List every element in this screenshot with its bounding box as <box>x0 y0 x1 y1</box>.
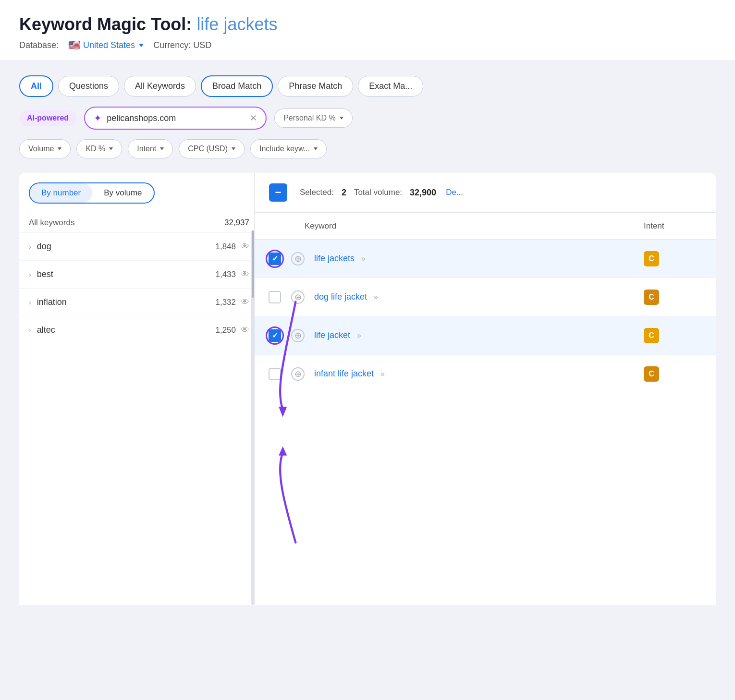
sort-toggle: By number By volume <box>29 182 155 204</box>
intent-badge-infant-life-jacket: C <box>644 366 659 382</box>
deselect-minus-button[interactable]: − <box>269 183 287 202</box>
kd-chevron-icon <box>109 147 113 150</box>
sidebar-scroll-track <box>251 230 254 605</box>
all-keywords-count: 32,937 <box>224 218 249 228</box>
sidebar-item-best[interactable]: › best 1,433 👁 <box>19 260 254 288</box>
add-keyword-icon-life-jacket[interactable]: ⊕ <box>291 329 305 342</box>
sidebar-item-label-dog: dog <box>37 241 216 252</box>
keyword-link-dog-life-jacket[interactable]: dog life jacket <box>314 292 367 302</box>
personal-kd-label: Personal KD % <box>283 114 336 122</box>
country-name: United States <box>83 40 135 50</box>
tab-questions[interactable]: Questions <box>58 76 119 97</box>
ai-powered-badge: AI-powered <box>19 110 76 126</box>
sidebar-item-count-altec: 1,250 <box>215 326 236 335</box>
keyword-navigate-icon: » <box>380 370 385 378</box>
keyword-row-infant-life-jacket: ⊕ infant life jacket » C <box>255 355 716 393</box>
sidebar-scrollbar-thumb <box>252 230 254 298</box>
db-row: Database: 🇺🇸 United States Currency: USD <box>19 39 716 51</box>
left-sidebar: By number By volume All keywords 32,937 … <box>19 173 255 605</box>
header: Keyword Magic Tool: life jackets Databas… <box>0 0 735 61</box>
domain-input[interactable] <box>107 113 245 123</box>
add-keyword-icon-dog-life-jacket[interactable]: ⊕ <box>291 290 305 304</box>
include-keywords-filter[interactable]: Include keyw... <box>250 139 327 158</box>
checkbox-ring-life-jacket: ✓ <box>266 326 284 345</box>
selected-label: Selected: <box>300 188 334 197</box>
cpc-filter[interactable]: CPC (USD) <box>179 139 245 158</box>
keyword-link-infant-life-jacket[interactable]: infant life jacket <box>314 369 374 379</box>
volume-filter[interactable]: Volume <box>19 139 71 158</box>
add-keyword-icon-life-jackets[interactable]: ⊕ <box>291 252 305 266</box>
keyword-table-header: Keyword Intent <box>255 213 716 240</box>
svg-marker-1 <box>279 446 287 455</box>
page-title: Keyword Magic Tool: life jackets <box>19 14 716 35</box>
total-volume-count: 32,900 <box>410 188 436 198</box>
eye-icon-best[interactable]: 👁 <box>241 269 249 279</box>
keyword-row-dog-life-jacket: ⊕ dog life jacket » C <box>255 278 716 316</box>
sidebar-item-count-best: 1,433 <box>215 270 236 279</box>
title-keyword: life jackets <box>196 14 277 34</box>
checkmark-icon: ✓ <box>272 254 278 263</box>
checkbox-infant-life-jacket[interactable] <box>269 368 281 380</box>
expand-arrow-icon: › <box>29 271 31 278</box>
currency-label: Currency: USD <box>153 40 211 50</box>
cpc-label: CPC (USD) <box>188 145 228 153</box>
eye-icon-altec[interactable]: 👁 <box>241 325 249 335</box>
title-static: Keyword Magic Tool: <box>19 14 192 34</box>
keyword-row-life-jackets: ✓ ⊕ life jackets » C <box>255 240 716 278</box>
add-keyword-icon-infant-life-jacket[interactable]: ⊕ <box>291 367 305 381</box>
kd-filter[interactable]: KD % <box>76 139 122 158</box>
ai-input-row: AI-powered ✦ ✕ Personal KD % <box>19 107 716 130</box>
selected-count: 2 <box>342 188 346 198</box>
intent-badge-life-jacket: C <box>644 328 659 343</box>
sidebar-item-altec[interactable]: › altec 1,250 👁 <box>19 316 254 344</box>
eye-icon-dog[interactable]: 👁 <box>241 241 249 252</box>
checkbox-dog-life-jacket[interactable] <box>269 291 281 303</box>
intent-chevron-icon <box>160 147 164 150</box>
tab-phrase-match[interactable]: Phrase Match <box>278 76 353 97</box>
checkbox-life-jacket[interactable]: ✓ <box>269 329 281 342</box>
deselect-link[interactable]: De... <box>446 188 463 197</box>
checkmark-icon: ✓ <box>272 331 278 340</box>
sparkle-icon: ✦ <box>94 112 102 124</box>
database-label: Database: <box>19 40 59 50</box>
main-content: By number By volume All keywords 32,937 … <box>19 173 716 605</box>
intent-badge-dog-life-jacket: C <box>644 290 659 305</box>
sidebar-item-inflation[interactable]: › inflation 1,332 👁 <box>19 288 254 316</box>
keyword-navigate-icon: » <box>361 254 366 263</box>
tab-all-keywords[interactable]: All Keywords <box>124 76 196 97</box>
checkbox-life-jackets[interactable]: ✓ <box>269 253 281 265</box>
country-chevron-icon <box>139 44 144 47</box>
volume-label: Volume <box>28 145 54 153</box>
cpc-chevron-icon <box>232 147 235 150</box>
sort-by-number-button[interactable]: By number <box>30 183 92 203</box>
tab-broad-match[interactable]: Broad Match <box>201 75 273 97</box>
checkbox-wrapper-dog-life-jacket <box>264 291 285 303</box>
tab-all[interactable]: All <box>19 75 53 97</box>
minus-icon: − <box>275 187 282 198</box>
keyword-link-life-jackets[interactable]: life jackets <box>314 253 355 264</box>
sidebar-item-dog[interactable]: › dog 1,848 👁 <box>19 232 254 260</box>
clear-icon[interactable]: ✕ <box>250 113 257 123</box>
keyword-navigate-icon: » <box>374 293 378 302</box>
filter-dropdowns: Volume KD % Intent CPC (USD) Include key… <box>19 139 716 158</box>
keyword-row-life-jacket: ✓ ⊕ life jacket » C <box>255 316 716 355</box>
sidebar-header: All keywords 32,937 <box>19 213 254 232</box>
intent-label: Intent <box>137 145 156 153</box>
sidebar-item-count-inflation: 1,332 <box>215 298 236 307</box>
personal-kd-button[interactable]: Personal KD % <box>274 109 353 128</box>
eye-icon-inflation[interactable]: 👁 <box>241 297 249 307</box>
sort-by-volume-button[interactable]: By volume <box>92 183 153 203</box>
expand-arrow-icon: › <box>29 243 31 251</box>
checkbox-ring-life-jackets: ✓ <box>266 250 284 268</box>
keyword-link-life-jacket[interactable]: life jacket <box>314 330 350 340</box>
tab-exact-match[interactable]: Exact Ma... <box>358 76 423 97</box>
country-selector[interactable]: 🇺🇸 United States <box>68 39 144 51</box>
right-panel: − Selected: 2 Total volume: 32,900 De...… <box>255 173 716 605</box>
volume-chevron-icon <box>58 147 61 150</box>
intent-filter[interactable]: Intent <box>128 139 173 158</box>
intent-column-header: Intent <box>644 221 664 230</box>
personal-kd-chevron-icon <box>340 117 343 120</box>
sidebar-item-label-altec: altec <box>37 325 216 335</box>
checkbox-wrapper-life-jacket: ✓ <box>264 326 285 345</box>
ai-search-field[interactable]: ✦ ✕ <box>84 107 267 130</box>
